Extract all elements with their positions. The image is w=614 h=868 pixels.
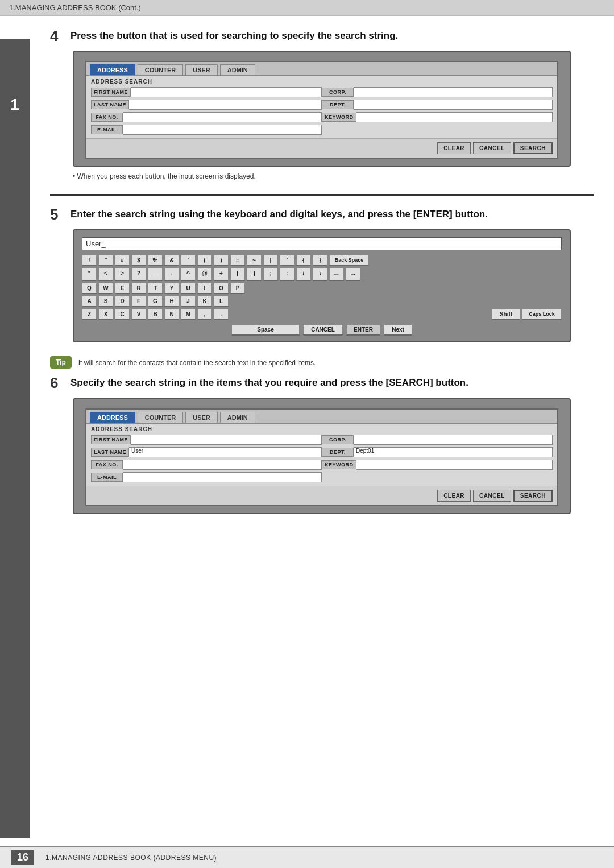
key-plus[interactable]: + (214, 268, 229, 281)
input-keyword-2[interactable] (356, 460, 553, 470)
key-lparen[interactable]: ( (197, 255, 212, 266)
key-w[interactable]: W (98, 283, 113, 294)
key-semi[interactable]: ; (263, 268, 278, 281)
key-x[interactable]: X (98, 309, 113, 320)
key-pipe[interactable]: | (263, 255, 278, 266)
shift-key[interactable]: Shift (492, 309, 520, 320)
key-v[interactable]: V (131, 309, 146, 320)
key-lt[interactable]: < (98, 268, 113, 281)
cancel-button-2[interactable]: CANCEL (473, 490, 511, 502)
tab-address-2[interactable]: ADDRESS (90, 412, 135, 423)
key-caret[interactable]: ^ (181, 268, 196, 281)
kb-cancel-key[interactable]: CANCEL (303, 324, 343, 336)
key-question[interactable]: ? (131, 268, 146, 281)
key-excl[interactable]: ! (82, 255, 97, 266)
key-comma[interactable]: , (197, 309, 212, 320)
key-d[interactable]: D (115, 296, 130, 307)
input-keyword-1[interactable] (356, 112, 553, 122)
input-corp-1[interactable] (354, 87, 553, 97)
key-hash[interactable]: # (115, 255, 130, 266)
key-rparen[interactable]: ) (214, 255, 229, 266)
key-n[interactable]: N (164, 309, 179, 320)
step6-heading: 6 Specify the search string in the items… (50, 374, 594, 392)
key-q[interactable]: Q (82, 283, 97, 294)
header-title: 1.MANAGING ADDRESS BOOK (Cont.) (9, 3, 141, 12)
tab-admin-1[interactable]: ADMIN (220, 64, 255, 75)
key-slash[interactable]: / (296, 268, 311, 281)
key-left-arrow[interactable]: ← (329, 268, 344, 281)
caps-lock-key[interactable]: Caps Lock (522, 309, 562, 320)
key-backtick[interactable]: ` (280, 255, 294, 266)
key-tilde[interactable]: ~ (247, 255, 262, 266)
key-percent[interactable]: % (148, 255, 163, 266)
key-k[interactable]: K (197, 296, 212, 307)
key-s[interactable]: S (98, 296, 113, 307)
input-corp-2[interactable] (354, 435, 553, 445)
key-l[interactable]: L (214, 296, 229, 307)
key-j[interactable]: J (181, 296, 196, 307)
key-u[interactable]: U (181, 283, 196, 294)
key-eq[interactable]: = (230, 255, 245, 266)
key-lbracket[interactable]: [ (230, 268, 245, 281)
keyboard-input[interactable]: User_ (82, 237, 562, 250)
input-faxno-2[interactable] (123, 460, 322, 470)
input-lastname-1[interactable] (129, 100, 322, 110)
key-p[interactable]: P (230, 283, 245, 294)
key-a[interactable]: A (82, 296, 97, 307)
key-quot[interactable]: " (98, 255, 113, 266)
backspace-key[interactable]: Back Space (329, 255, 369, 266)
search-button-2[interactable]: SEARCH (513, 490, 553, 502)
tab-user-2[interactable]: USER (185, 412, 218, 423)
key-colon[interactable]: : (280, 268, 294, 281)
input-dept-1[interactable] (354, 100, 553, 110)
key-rbrace[interactable]: } (313, 255, 327, 266)
screen2-panel: ADDRESS COUNTER USER ADMIN ADDRESS SEARC… (73, 398, 571, 514)
input-email-1[interactable] (123, 125, 322, 135)
input-firstname-2[interactable] (131, 435, 322, 445)
tab-admin-2[interactable]: ADMIN (220, 412, 255, 423)
key-apos[interactable]: ' (181, 255, 196, 266)
input-dept-2[interactable]: Dept01 (354, 447, 553, 457)
cancel-button-1[interactable]: CANCEL (473, 142, 511, 154)
key-gt[interactable]: > (115, 268, 130, 281)
tab-address-1[interactable]: ADDRESS (90, 64, 135, 75)
key-amp[interactable]: & (164, 255, 179, 266)
input-firstname-1[interactable] (131, 87, 322, 97)
key-backslash[interactable]: \ (313, 268, 327, 281)
clear-button-2[interactable]: CLEAR (437, 490, 471, 502)
key-period[interactable]: . (214, 309, 229, 320)
clear-button-1[interactable]: CLEAR (437, 142, 471, 154)
input-email-2[interactable] (123, 472, 322, 482)
key-y[interactable]: Y (164, 283, 179, 294)
search-button-1[interactable]: SEARCH (513, 142, 553, 154)
key-b[interactable]: B (148, 309, 163, 320)
key-rbracket[interactable]: ] (247, 268, 262, 281)
space-key[interactable]: Space (231, 324, 300, 336)
input-faxno-1[interactable] (123, 112, 322, 122)
key-r[interactable]: R (131, 283, 146, 294)
key-underscore[interactable]: _ (148, 268, 163, 281)
key-g[interactable]: G (148, 296, 163, 307)
key-e[interactable]: E (115, 283, 130, 294)
key-m[interactable]: M (181, 309, 196, 320)
key-t[interactable]: T (148, 283, 163, 294)
field-row-keyword-2: KEYWORD (322, 460, 553, 470)
enter-key[interactable]: ENTER (346, 324, 380, 336)
input-lastname-2[interactable]: User (129, 447, 322, 457)
key-h[interactable]: H (164, 296, 179, 307)
key-f[interactable]: F (131, 296, 146, 307)
key-at[interactable]: @ (197, 268, 212, 281)
key-c[interactable]: C (115, 309, 130, 320)
tab-user-1[interactable]: USER (185, 64, 218, 75)
key-o[interactable]: O (214, 283, 229, 294)
key-i[interactable]: I (197, 283, 212, 294)
key-dollar[interactable]: $ (131, 255, 146, 266)
next-key[interactable]: Next (384, 324, 412, 336)
key-minus[interactable]: - (164, 268, 179, 281)
key-lbrace[interactable]: { (296, 255, 311, 266)
key-z[interactable]: Z (82, 309, 97, 320)
tab-counter-2[interactable]: COUNTER (138, 412, 183, 423)
tab-counter-1[interactable]: COUNTER (138, 64, 183, 75)
key-star[interactable]: * (82, 268, 97, 281)
key-right-arrow[interactable]: → (346, 268, 360, 281)
